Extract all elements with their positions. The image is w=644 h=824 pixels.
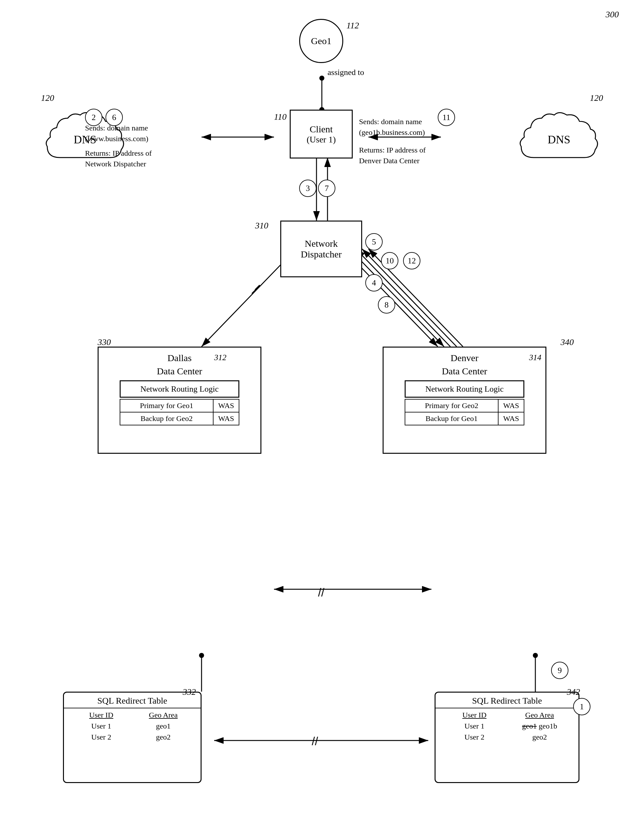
- ref-330: 330: [98, 337, 111, 347]
- denver-row-1: Primary for Geo2 WAS: [405, 399, 524, 412]
- ref-314: 314: [529, 353, 541, 362]
- assigned-to-label: assigned to: [328, 68, 364, 77]
- step-9-circle: 9: [551, 662, 569, 679]
- ref-300: 300: [606, 9, 619, 20]
- nd-label2: Dispatcher: [301, 249, 342, 260]
- dallas-row1-col2: WAS: [213, 400, 239, 412]
- denver-row2-col1: Backup for Geo1: [405, 412, 498, 425]
- denver-r1c2-new: geo1b: [539, 722, 557, 730]
- ref-112: 112: [347, 20, 359, 31]
- dallas-row2-col1: Backup for Geo2: [120, 412, 213, 425]
- step-8-circle: 8: [378, 296, 395, 314]
- step-3-circle: 3: [299, 180, 316, 197]
- dallas-sql-row2: User 2 geo2: [64, 732, 201, 743]
- step-10-circle: 10: [381, 252, 399, 269]
- dallas-row-2: Backup for Geo2 WAS: [120, 412, 239, 425]
- dallas-sql-box: SQL Redirect Table User ID Geo Area User…: [63, 692, 202, 783]
- ref-342: 342: [567, 687, 580, 697]
- step-11-circle: 11: [438, 109, 455, 126]
- client-label: Client: [307, 124, 336, 135]
- denver-nrl-box: Network Routing Logic: [405, 380, 524, 398]
- denver-sql-header: User ID Geo Area: [435, 708, 578, 721]
- dallas-sql-r1c1: User 1: [70, 722, 132, 730]
- dns-right-sends: Sends: domain name(geo1b.business.com): [359, 117, 425, 138]
- nrl-break: //: [318, 586, 324, 600]
- dns-right-cloud: DNS: [515, 101, 603, 170]
- ref-312: 312: [214, 353, 227, 362]
- network-dispatcher-box: Network Dispatcher: [280, 221, 362, 277]
- svg-line-11: [255, 285, 260, 290]
- denver-row1-col2: WAS: [498, 400, 524, 412]
- dallas-sql-col1-header: User ID: [70, 711, 132, 719]
- denver-sql-label: SQL Redirect Table: [435, 693, 578, 708]
- diagram: 300 Geo1 112 assigned to Client (User 1)…: [0, 0, 644, 824]
- geo1-label: Geo1: [311, 35, 331, 46]
- denver-row2-col2: WAS: [498, 412, 524, 425]
- svg-line-12: [252, 289, 257, 294]
- ref-340: 340: [561, 337, 574, 347]
- dallas-row1-col1: Primary for Geo1: [120, 400, 213, 412]
- step-4-circle: 4: [365, 274, 383, 292]
- client-sublabel: (User 1): [307, 135, 336, 145]
- dallas-sql-r2c1: User 2: [70, 733, 132, 741]
- dns-left-returns: Returns: IP address ofNetwork Dispatcher: [85, 148, 152, 169]
- dns-right-returns: Returns: IP address ofDenver Data Center: [359, 145, 426, 166]
- denver-sql-row1: User 1 geo1 geo1b: [435, 721, 578, 732]
- dallas-dc-label: DallasData Center: [98, 351, 261, 378]
- step-7-circle: 7: [318, 180, 335, 197]
- denver-nrl-label: Network Routing Logic: [425, 384, 503, 394]
- ref-120-right: 120: [590, 93, 603, 103]
- denver-sql-box: SQL Redirect Table User ID Geo Area User…: [435, 692, 580, 783]
- denver-sql-col2-header: Geo Area: [507, 711, 572, 719]
- step-5-circle: 5: [365, 233, 383, 251]
- dallas-dc-box: DallasData Center Network Routing Logic …: [98, 347, 261, 454]
- denver-sql-r1c1: User 1: [442, 722, 507, 730]
- ref-110: 110: [274, 112, 287, 122]
- geo1-circle: Geo1: [299, 19, 343, 63]
- step-1-circle: 1: [573, 698, 590, 715]
- denver-dc-box: DenverData Center Network Routing Logic …: [383, 347, 546, 454]
- svg-point-23: [533, 653, 538, 658]
- dallas-sql-label: SQL Redirect Table: [64, 693, 201, 708]
- ref-332: 332: [182, 687, 196, 697]
- denver-r1c2-strike: geo1: [522, 722, 537, 730]
- svg-line-15: [356, 249, 450, 347]
- dallas-sql-r2c2: geo2: [132, 733, 194, 741]
- dallas-sql-row1: User 1 geo1: [64, 721, 201, 732]
- denver-row-2: Backup for Geo1 WAS: [405, 412, 524, 425]
- dallas-row2-col2: WAS: [213, 412, 239, 425]
- denver-sql-r1c2: geo1 geo1b: [507, 722, 572, 730]
- svg-point-5: [319, 75, 324, 81]
- denver-sql-r2c2: geo2: [507, 733, 572, 741]
- client-box: Client (User 1): [290, 110, 353, 158]
- dallas-nrl-box: Network Routing Logic: [120, 380, 239, 398]
- dns-left-sends: Sends: domain name(www.business.com): [85, 123, 148, 144]
- denver-dc-label: DenverData Center: [383, 351, 546, 378]
- denver-sql-r2c1: User 2: [442, 733, 507, 741]
- svg-point-21: [199, 653, 204, 658]
- sql-break: //: [312, 735, 318, 748]
- denver-row1-col1: Primary for Geo2: [405, 400, 498, 412]
- dallas-sql-header: User ID Geo Area: [64, 708, 201, 721]
- dallas-sql-col2-header: Geo Area: [132, 711, 194, 719]
- dallas-nrl-label: Network Routing Logic: [141, 384, 219, 394]
- svg-text:DNS: DNS: [547, 133, 570, 146]
- dallas-sql-r1c2: geo1: [132, 722, 194, 730]
- denver-sql-col1-header: User ID: [442, 711, 507, 719]
- ref-310: 310: [255, 221, 268, 231]
- nd-label: Network: [301, 238, 342, 249]
- ref-120-left: 120: [41, 93, 54, 103]
- dallas-row-1: Primary for Geo1 WAS: [120, 399, 239, 412]
- step-12-circle: 12: [403, 252, 420, 269]
- denver-sql-row2: User 2 geo2: [435, 732, 578, 743]
